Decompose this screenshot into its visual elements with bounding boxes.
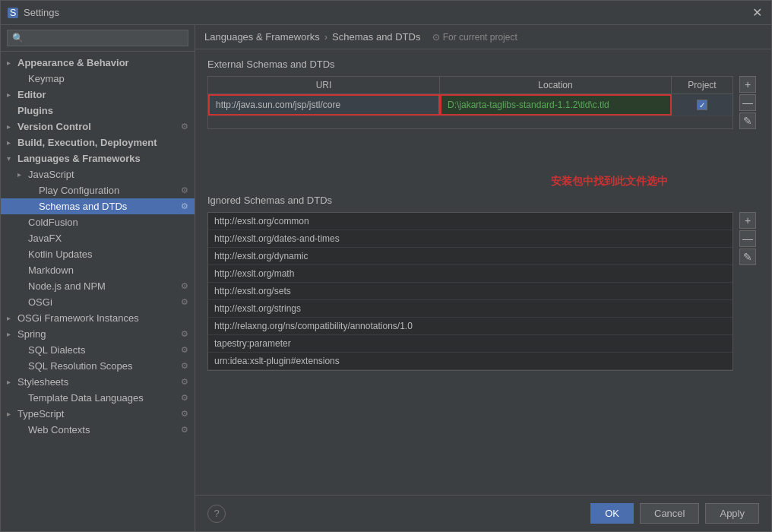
external-table-row[interactable]: http://java.sun.com/jsp/jstl/core D:\jak…	[208, 94, 732, 116]
sidebar-item-stylesheets[interactable]: ▸Stylesheets⚙	[1, 374, 195, 390]
external-table-wrapper: URI Location Project http://java.sun.com…	[207, 76, 733, 129]
arrow-icon: ▸	[7, 138, 17, 147]
nav-label: Version Control	[17, 121, 178, 132]
nav-label: Stylesheets	[17, 376, 178, 388]
ignored-list-item[interactable]: http://exslt.org/common	[208, 213, 732, 230]
ignored-list-item[interactable]: http://exslt.org/strings	[208, 300, 732, 318]
project-badge: ⊙ For current project	[432, 32, 517, 43]
sidebar-item-plugins[interactable]: Plugins	[1, 103, 195, 119]
app-icon: S	[7, 7, 19, 19]
ignored-schemas-section: Ignored Schemas and DTDs http://exslt.or…	[207, 195, 759, 371]
arrow-icon: ▸	[7, 378, 17, 386]
sidebar-item-nodejs-npm[interactable]: Node.js and NPM⚙	[1, 278, 195, 294]
nav-label: Plugins	[17, 105, 188, 116]
sidebar-item-template-data[interactable]: Template Data Languages⚙	[1, 390, 195, 406]
nav-label: Build, Execution, Deployment	[17, 137, 188, 148]
nav-label: Node.js and NPM	[28, 280, 178, 292]
ignored-list-item[interactable]: http://exslt.org/dynamic	[208, 248, 732, 265]
search-input[interactable]	[7, 30, 188, 46]
arrow-icon: ▸	[7, 90, 17, 99]
ignored-list-item[interactable]: urn:idea:xslt-plugin#extensions	[208, 353, 732, 370]
sidebar-item-markdown[interactable]: Markdown	[1, 262, 195, 278]
breadcrumb-part2: Schemas and DTDs	[332, 31, 420, 43]
arrow-icon: ▸	[7, 330, 17, 338]
ignored-side-buttons: + — ✎	[736, 212, 759, 371]
nav-tree: ▸Appearance & Behavior Keymap▸Editor Plu…	[1, 52, 195, 531]
sidebar-item-play-config[interactable]: Play Configuration⚙	[1, 182, 195, 198]
bottom-bar: ? OK Cancel Apply	[195, 495, 771, 531]
ignored-list-item[interactable]: http://exslt.org/math	[208, 265, 732, 283]
sidebar-item-typescript[interactable]: ▸TypeScript⚙	[1, 406, 195, 422]
external-add-button[interactable]: +	[739, 76, 756, 93]
sidebar-item-coldfusion[interactable]: ColdFusion	[1, 214, 195, 230]
sidebar-item-osgi-framework[interactable]: ▸OSGi Framework Instances	[1, 310, 195, 326]
cancel-button[interactable]: Cancel	[640, 503, 699, 524]
svg-text:S: S	[10, 7, 17, 18]
sidebar-item-web-contexts[interactable]: Web Contexts⚙	[1, 422, 195, 438]
external-side-buttons: + — ✎	[736, 76, 759, 129]
sidebar-item-keymap[interactable]: Keymap	[1, 71, 195, 87]
ignored-list-item[interactable]: tapestry:parameter	[208, 335, 732, 353]
ignored-list-item[interactable]: http://exslt.org/dates-and-times	[208, 230, 732, 248]
settings-icon: ⚙	[181, 393, 188, 403]
sidebar-item-build[interactable]: ▸Build, Execution, Deployment	[1, 135, 195, 150]
sidebar-item-editor[interactable]: ▸Editor	[1, 87, 195, 103]
nav-label: SQL Resolution Scopes	[28, 360, 178, 372]
nav-label: OSGi	[28, 296, 178, 308]
settings-icon: ⚙	[181, 201, 188, 211]
ignored-list-item[interactable]: http://relaxng.org/ns/compatibility/anno…	[208, 318, 732, 335]
arrow-icon: ▸	[7, 410, 17, 418]
settings-icon: ⚙	[181, 361, 188, 371]
arrow-icon: ▸	[17, 170, 28, 179]
settings-icon: ⚙	[181, 185, 188, 195]
settings-icon: ⚙	[181, 122, 188, 131]
project-header: Project	[672, 77, 732, 93]
apply-button[interactable]: Apply	[705, 503, 759, 524]
ignored-table: http://exslt.org/commonhttp://exslt.org/…	[207, 212, 733, 371]
breadcrumb-part1: Languages & Frameworks	[204, 31, 320, 43]
external-table-header: URI Location Project	[208, 77, 732, 94]
settings-icon: ⚙	[181, 297, 188, 307]
sidebar-item-osgi[interactable]: OSGi⚙	[1, 294, 195, 310]
ignored-list-item[interactable]: http://exslt.org/sets	[208, 283, 732, 300]
project-checkbox[interactable]	[697, 100, 707, 110]
nav-label: Languages & Frameworks	[17, 153, 188, 164]
nav-label: Markdown	[28, 264, 188, 276]
sidebar-item-javafx[interactable]: JavaFX	[1, 230, 195, 246]
ignored-add-button[interactable]: +	[739, 212, 756, 229]
arrow-icon: ▸	[7, 122, 17, 131]
nav-label: Schemas and DTDs	[39, 201, 178, 212]
breadcrumb: Languages & Frameworks › Schemas and DTD…	[195, 25, 771, 49]
sidebar-item-schemas-dtds[interactable]: Schemas and DTDs⚙	[1, 198, 195, 214]
main-layout: ▸Appearance & Behavior Keymap▸Editor Plu…	[1, 25, 771, 531]
sidebar-item-sql-resolution[interactable]: SQL Resolution Scopes⚙	[1, 358, 195, 374]
sidebar-item-appearance[interactable]: ▸Appearance & Behavior	[1, 55, 195, 71]
uri-cell: http://java.sun.com/jsp/jstl/core	[208, 94, 440, 116]
ok-button[interactable]: OK	[590, 503, 634, 524]
uri-header: URI	[208, 77, 440, 93]
external-section-title: External Schemas and DTDs	[207, 59, 759, 70]
close-button[interactable]: ✕	[749, 5, 765, 20]
sidebar-item-languages[interactable]: ▾Languages & Frameworks	[1, 150, 195, 166]
sidebar-item-spring[interactable]: ▸Spring⚙	[1, 326, 195, 342]
settings-icon: ⚙	[181, 425, 188, 435]
arrow-icon: ▸	[7, 314, 17, 322]
settings-window: S Settings ✕ ▸Appearance & Behavior Keym…	[0, 0, 772, 532]
nav-label: JavaScript	[28, 169, 188, 180]
help-button[interactable]: ?	[207, 505, 226, 523]
nav-label: OSGi Framework Instances	[17, 312, 188, 324]
ignored-section-title: Ignored Schemas and DTDs	[207, 195, 759, 206]
sidebar-item-kotlin-updates[interactable]: Kotlin Updates	[1, 246, 195, 262]
nav-label: JavaFX	[28, 233, 188, 244]
nav-label: Keymap	[28, 73, 188, 84]
title-bar: S Settings ✕	[1, 1, 771, 25]
sidebar-item-sql-dialects[interactable]: SQL Dialects⚙	[1, 342, 195, 358]
sidebar-item-javascript[interactable]: ▸JavaScript	[1, 166, 195, 182]
external-edit-button[interactable]: ✎	[739, 112, 756, 129]
settings-icon: ⚙	[181, 329, 188, 339]
nav-label: Play Configuration	[39, 185, 178, 196]
ignored-edit-button[interactable]: ✎	[739, 249, 756, 265]
external-remove-button[interactable]: —	[739, 94, 756, 111]
ignored-remove-button[interactable]: —	[739, 230, 756, 247]
sidebar-item-version-control[interactable]: ▸Version Control⚙	[1, 119, 195, 135]
